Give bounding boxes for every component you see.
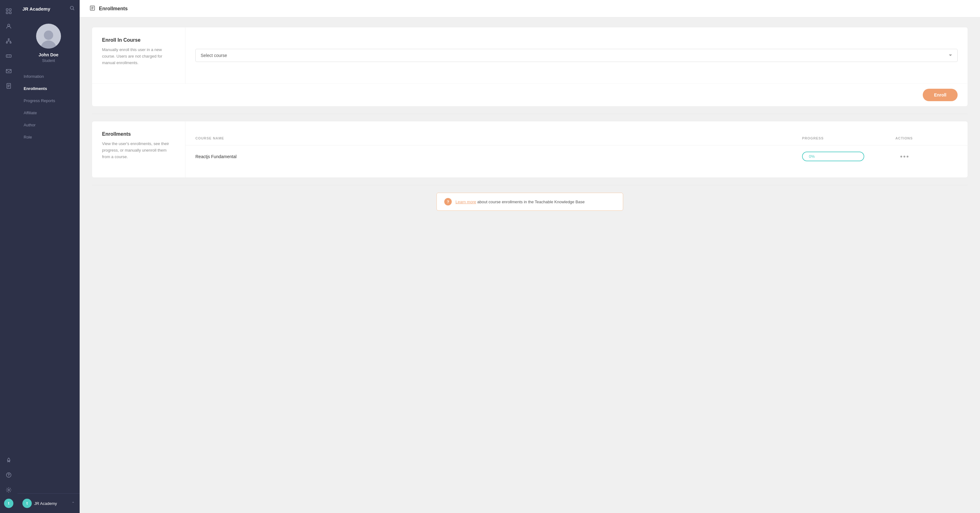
svg-point-6	[6, 42, 8, 43]
enroll-card-left: Enroll In Course Manually enroll this us…	[92, 27, 185, 83]
enroll-section-title: Enroll In Course	[102, 37, 175, 43]
enrollments-table-wrapper: COURSE NAME PROGRESS ACTIONS Reactjs Fun…	[185, 121, 967, 177]
sidebar-item-enrollments[interactable]: Enrollments	[18, 83, 80, 95]
enroll-card-inner: Enroll In Course Manually enroll this us…	[92, 27, 967, 83]
info-icon: ?	[444, 198, 452, 206]
learn-more-link[interactable]: Learn more	[455, 199, 476, 204]
nav-settings-icon[interactable]	[3, 484, 15, 496]
avatar-person	[36, 24, 61, 49]
avatar	[36, 24, 61, 49]
col-header-progress: PROGRESS	[802, 136, 896, 140]
sidebar-nav: Information Enrollments Progress Reports…	[18, 70, 80, 143]
sidebar-brand-name: JR Academy	[34, 501, 57, 506]
avatar-head	[44, 30, 53, 40]
bottom-brand-avatar: t	[4, 499, 13, 508]
nav-mail-icon[interactable]	[3, 65, 15, 77]
action-dot-1	[900, 156, 902, 158]
sidebar-item-affiliate[interactable]: Affiliate	[18, 107, 80, 119]
nav-dashboard-icon[interactable]	[3, 5, 15, 18]
actions-cell[interactable]	[896, 156, 958, 158]
enroll-card-right: Select course	[185, 27, 967, 83]
svg-point-12	[8, 476, 9, 476]
main-header: Enrollments	[80, 0, 980, 18]
nav-document-icon[interactable]	[3, 80, 15, 92]
sidebar-title: JR Academy	[22, 6, 50, 11]
enrollments-card: Enrollments View the user's enrollments,…	[92, 121, 967, 177]
sidebar-footer-brand: t JR Academy	[22, 499, 57, 508]
svg-rect-0	[6, 9, 8, 11]
progress-cell: 0%	[802, 151, 896, 161]
svg-rect-2	[6, 12, 8, 14]
col-header-actions: ACTIONS	[896, 136, 958, 140]
enrollments-header-icon	[90, 5, 95, 12]
enroll-button-row: Enroll	[92, 83, 967, 106]
avatar-body	[41, 40, 56, 49]
svg-point-7	[10, 42, 11, 43]
svg-point-13	[8, 489, 10, 491]
info-box: ? Learn more about course enrollments in…	[436, 193, 623, 211]
svg-rect-9	[6, 69, 11, 73]
sidebar: JR Academy John Doe Student Information …	[18, 0, 80, 513]
sidebar-item-author[interactable]: Author	[18, 119, 80, 131]
course-name-cell: Reactjs Fundamental	[196, 154, 802, 159]
sidebar-item-information[interactable]: Information	[18, 70, 80, 83]
table-header: COURSE NAME PROGRESS ACTIONS	[185, 131, 967, 145]
enroll-button[interactable]: Enroll	[923, 89, 958, 101]
nav-rail: t	[0, 0, 18, 513]
nav-rocket-icon[interactable]	[3, 454, 15, 466]
enrollments-card-left: Enrollments View the user's enrollments,…	[92, 121, 185, 177]
sidebar-footer: t JR Academy ⌃	[18, 493, 80, 513]
user-name: John Doe	[38, 52, 59, 57]
info-text: Learn more about course enrollments in t…	[455, 199, 585, 204]
nav-help-icon[interactable]	[3, 469, 15, 481]
enrollments-card-inner: Enrollments View the user's enrollments,…	[92, 121, 967, 177]
svg-rect-1	[10, 9, 11, 11]
sidebar-item-role[interactable]: Role	[18, 131, 80, 143]
sidebar-search-icon[interactable]	[70, 6, 75, 12]
svg-point-4	[8, 24, 10, 27]
progress-pill: 0%	[802, 151, 864, 161]
table-row: Reactjs Fundamental 0%	[185, 145, 967, 167]
main-content: Enroll In Course Manually enroll this us…	[80, 18, 980, 513]
section-separator-2	[92, 185, 967, 185]
nav-users-icon[interactable]	[3, 20, 15, 32]
user-role: Student	[42, 59, 55, 63]
svg-rect-3	[10, 12, 11, 14]
sidebar-brand-avatar: t	[22, 499, 32, 508]
info-text-post: about course enrollments in the Teachabl…	[477, 199, 585, 204]
nav-ticket-icon[interactable]	[3, 50, 15, 62]
sidebar-item-progress-reports[interactable]: Progress Reports	[18, 95, 80, 107]
svg-point-5	[8, 38, 10, 40]
action-dot-2	[904, 156, 905, 158]
enroll-section-description: Manually enroll this user in a new cours…	[102, 47, 175, 66]
svg-rect-8	[6, 55, 11, 57]
sidebar-header: JR Academy	[18, 0, 80, 18]
enroll-in-course-card: Enroll In Course Manually enroll this us…	[92, 27, 967, 106]
col-header-course-name: COURSE NAME	[196, 136, 802, 140]
sidebar-footer-chevron-icon[interactable]: ⌃	[72, 501, 75, 505]
enrollments-section-description: View the user's enrollments, see their p…	[102, 141, 175, 160]
action-dot-3	[907, 156, 908, 158]
main-title: Enrollments	[99, 6, 127, 11]
user-profile: John Doe Student	[18, 18, 80, 70]
nav-tree-icon[interactable]	[3, 35, 15, 47]
enrollments-section-title: Enrollments	[102, 131, 175, 137]
main: Enrollments Enroll In Course Manually en…	[80, 0, 980, 513]
course-select[interactable]: Select course	[196, 49, 958, 62]
